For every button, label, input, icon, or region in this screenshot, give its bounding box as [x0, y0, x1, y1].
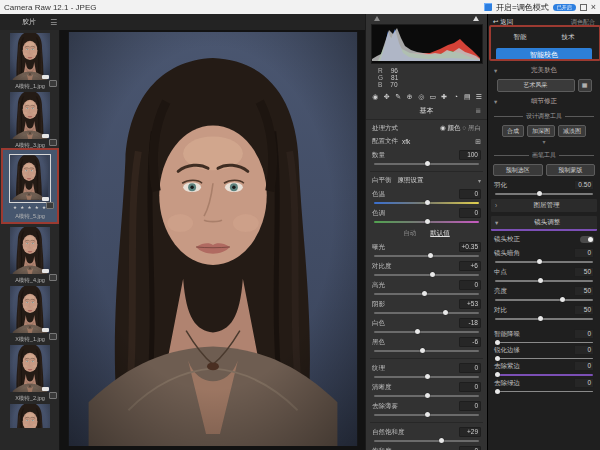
whites-value[interactable]: -18: [459, 318, 481, 328]
sharpen-edge-slider[interactable]: [495, 358, 593, 359]
burn-layer-button[interactable]: 加深图: [527, 125, 555, 137]
shadow-clipping-icon[interactable]: [374, 16, 380, 21]
panel-menu-icon[interactable]: ≣: [475, 107, 481, 115]
exposure-slider[interactable]: [374, 255, 479, 257]
target-adjust-tool-icon[interactable]: ◎: [417, 93, 426, 101]
tab-smart[interactable]: 智能: [514, 33, 527, 42]
white-balance-tool-icon[interactable]: ✎: [394, 93, 403, 101]
brightness-value[interactable]: 50: [574, 286, 594, 296]
defringe-green-slider[interactable]: [495, 391, 593, 392]
zoom-tool-icon[interactable]: ◉: [371, 93, 380, 101]
contrast-value[interactable]: +6: [459, 261, 481, 271]
list-item[interactable]: A模特_3.jpg: [0, 89, 60, 148]
section-detail-label[interactable]: 细节修正: [531, 97, 557, 106]
thumbnail-image[interactable]: [10, 92, 50, 139]
filmstrip-menu-icon[interactable]: ☰: [50, 18, 57, 27]
temp-value[interactable]: 0: [459, 189, 481, 199]
profile-browser-icon[interactable]: ⊞: [475, 138, 481, 146]
crop-tool-icon[interactable]: ▭: [429, 93, 438, 101]
thumbnail-image[interactable]: [10, 404, 50, 428]
list-item[interactable]: [0, 401, 60, 428]
close-icon[interactable]: ×: [591, 3, 596, 12]
contrast-slider[interactable]: [374, 274, 479, 276]
highlights-value[interactable]: 0: [459, 280, 481, 290]
vignette-slider[interactable]: [495, 261, 593, 263]
whites-slider[interactable]: [374, 331, 479, 333]
art-grid-icon[interactable]: ▦: [578, 79, 592, 92]
saturation-value[interactable]: 0: [459, 446, 481, 450]
blacks-slider[interactable]: [374, 350, 479, 352]
highlight-clipping-icon[interactable]: [473, 16, 479, 21]
graduated-filter-tool-icon[interactable]: ▤: [463, 93, 472, 101]
merge-button[interactable]: 合成: [502, 125, 524, 137]
defringe-purple-value[interactable]: 0: [574, 361, 594, 371]
radio-bw[interactable]: ○ 黑白: [462, 124, 481, 131]
vignette-value[interactable]: 0: [574, 248, 594, 258]
list-item[interactable]: A模特_1.jpg: [0, 30, 60, 89]
sharpen-edge-value[interactable]: 0: [574, 345, 594, 355]
list-item-selected[interactable]: ★ ★ ★ ★ ★ A模特_5.jpg: [1, 148, 59, 224]
default-link[interactable]: 默认值: [430, 229, 450, 238]
lens-adjust-row[interactable]: ▾ 镜头调整: [491, 216, 597, 231]
dehaze-value[interactable]: 0: [459, 401, 481, 411]
preview-photo[interactable]: [68, 32, 358, 446]
denoise-slider[interactable]: [495, 342, 593, 343]
lens-correction-toggle[interactable]: [580, 236, 594, 243]
defringe-purple-slider[interactable]: [495, 374, 593, 376]
midpoint-value[interactable]: 50: [574, 267, 594, 277]
list-item[interactable]: X模特_2.jpg: [0, 342, 60, 401]
vibrance-slider[interactable]: [374, 440, 479, 442]
dodge-layer-button[interactable]: 减淡图: [558, 125, 586, 137]
blacks-value[interactable]: -6: [459, 337, 481, 347]
back-button[interactable]: ↩ 返回: [493, 18, 513, 27]
denoise-value[interactable]: 0: [574, 329, 594, 339]
panel-list-icon[interactable]: ☰: [475, 93, 484, 101]
vibrance-value[interactable]: +29: [459, 427, 481, 437]
preset-mask-button[interactable]: 预制蒙版: [546, 164, 596, 176]
texture-slider[interactable]: [374, 376, 479, 378]
clarity-value[interactable]: 0: [459, 382, 481, 392]
spot-removal-tool-icon[interactable]: ✚: [440, 93, 449, 101]
hand-tool-icon[interactable]: ✥: [383, 93, 392, 101]
defringe-green-value[interactable]: 0: [574, 378, 594, 388]
amount-value[interactable]: 100: [459, 150, 481, 160]
section-skin-label[interactable]: 完美肤色: [531, 66, 557, 75]
treatment-radios[interactable]: ◉ 颜色 ○ 黑白: [440, 124, 481, 133]
thumbnail-image[interactable]: [10, 33, 50, 80]
feather-value[interactable]: 0.50: [574, 180, 594, 190]
image-canvas[interactable]: [60, 30, 365, 450]
dehaze-slider[interactable]: [374, 414, 479, 416]
tab-tech[interactable]: 技术: [562, 33, 575, 42]
art-style-button[interactable]: 艺术风采: [497, 79, 575, 92]
list-item[interactable]: X模特_1.jpg: [0, 283, 60, 342]
tint-value[interactable]: 0: [459, 208, 481, 218]
temp-slider[interactable]: [374, 202, 479, 204]
tint-slider[interactable]: [374, 221, 479, 223]
thumbnail-image[interactable]: [10, 345, 50, 392]
thumbnail-image[interactable]: [9, 154, 51, 203]
contrast2-slider[interactable]: [495, 318, 593, 320]
auto-link[interactable]: 自动: [403, 229, 416, 238]
exposure-value[interactable]: +0.35: [459, 242, 481, 252]
chevron-down-icon[interactable]: ▾: [488, 139, 600, 145]
amount-slider[interactable]: [374, 163, 479, 165]
restore-window-icon[interactable]: [580, 4, 587, 11]
preset-selection-button[interactable]: 预制选区: [493, 164, 543, 176]
clarity-slider[interactable]: [374, 395, 479, 397]
red-eye-tool-icon[interactable]: ◔: [452, 93, 461, 101]
radio-color[interactable]: ◉ 颜色: [440, 124, 460, 131]
brightness-slider[interactable]: [495, 299, 593, 301]
white-balance-select[interactable]: 原照设置: [398, 176, 478, 185]
chevron-down-icon[interactable]: ▾: [478, 177, 481, 184]
profile-value[interactable]: xfk: [402, 138, 475, 145]
list-item[interactable]: A模特_4.jpg: [0, 224, 60, 283]
midpoint-slider[interactable]: [495, 280, 593, 282]
thumbnail-image[interactable]: [10, 227, 50, 274]
chevron-down-icon[interactable]: ▾: [494, 67, 497, 75]
feather-slider[interactable]: [495, 193, 593, 195]
highlights-slider[interactable]: [374, 293, 479, 295]
thumbnail-image[interactable]: [10, 286, 50, 333]
contrast2-value[interactable]: 50: [574, 305, 594, 315]
config-link[interactable]: 调色配合: [571, 18, 595, 27]
color-sampler-tool-icon[interactable]: ⊕: [406, 93, 415, 101]
